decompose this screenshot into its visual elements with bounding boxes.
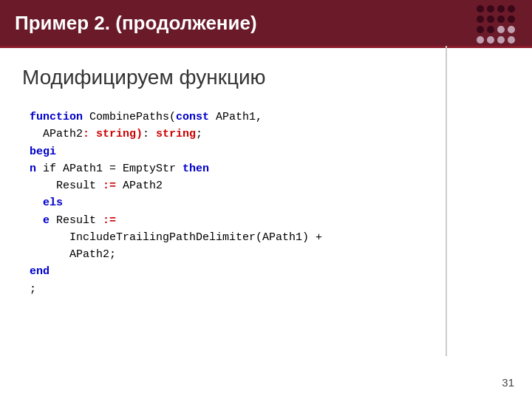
code-line-11: ; bbox=[30, 281, 502, 298]
svg-point-13 bbox=[487, 36, 494, 44]
svg-point-15 bbox=[508, 36, 515, 44]
svg-point-5 bbox=[487, 16, 494, 23]
svg-point-14 bbox=[497, 36, 505, 44]
slide-title: Пример 2. (продолжение) bbox=[15, 12, 257, 35]
code-line-5: Result := APath2 bbox=[30, 177, 502, 194]
code-line-3: begi bbox=[30, 143, 502, 160]
code-block: function CombinePaths(const APath1, APat… bbox=[22, 104, 510, 302]
svg-point-4 bbox=[477, 16, 484, 23]
title-bar: Пример 2. (продолжение) bbox=[0, 0, 532, 46]
code-line-6: els bbox=[30, 194, 502, 211]
svg-point-0 bbox=[477, 5, 484, 13]
svg-point-1 bbox=[487, 5, 494, 13]
kw-function: function bbox=[30, 111, 83, 123]
code-line-8: IncludeTrailingPathDelimiter(APath1) + bbox=[30, 229, 502, 246]
svg-point-2 bbox=[497, 5, 505, 13]
code-line-2: APath2: string): string; bbox=[30, 126, 502, 143]
dot-grid-decoration bbox=[467, 3, 526, 46]
svg-point-12 bbox=[477, 36, 484, 44]
code-line-1: function CombinePaths(const APath1, bbox=[30, 109, 502, 126]
svg-point-7 bbox=[508, 16, 515, 23]
code-line-9: APath2; bbox=[30, 246, 502, 263]
svg-point-9 bbox=[487, 26, 494, 33]
svg-point-10 bbox=[497, 26, 505, 33]
svg-point-6 bbox=[497, 16, 505, 23]
code-line-4: n if APath1 = EmptyStr then bbox=[30, 160, 502, 177]
svg-point-3 bbox=[508, 5, 515, 13]
svg-point-11 bbox=[508, 26, 515, 33]
page-number: 31 bbox=[502, 376, 514, 389]
subtitle: Модифицируем функцию bbox=[22, 66, 510, 89]
code-line-7: e Result := bbox=[30, 212, 502, 229]
main-content: Модифицируем функцию function CombinePat… bbox=[0, 48, 532, 317]
svg-point-8 bbox=[477, 26, 484, 33]
right-separator bbox=[446, 46, 447, 356]
code-line-10: end bbox=[30, 263, 502, 280]
